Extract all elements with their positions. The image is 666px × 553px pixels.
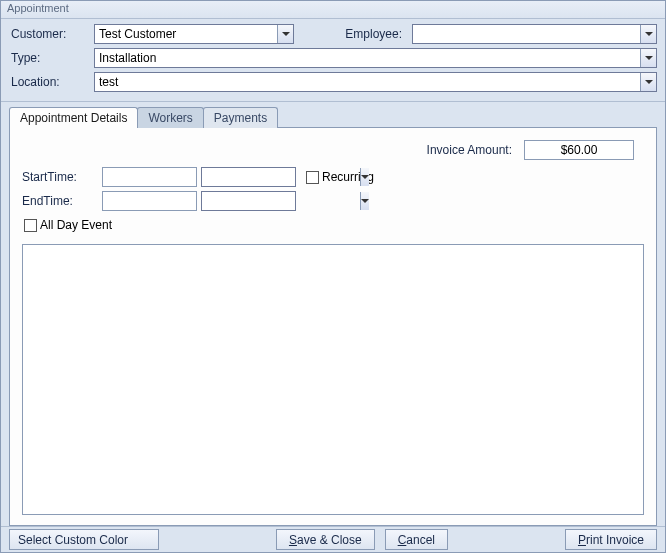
print-invoice-button[interactable]: Print Invoice	[565, 529, 657, 550]
endtime-time-input[interactable]	[202, 192, 360, 210]
type-label: Type:	[9, 51, 94, 65]
location-combo[interactable]	[94, 72, 657, 92]
location-label: Location:	[9, 75, 94, 89]
location-input[interactable]	[95, 73, 640, 91]
invoice-amount-label: Invoice Amount:	[427, 143, 512, 157]
employee-combo[interactable]	[412, 24, 657, 44]
button-bar: Select Custom Color Save & Close Cancel …	[1, 526, 665, 552]
starttime-label: StartTime:	[22, 170, 102, 184]
cancel-button[interactable]: Cancel	[385, 529, 448, 550]
starttime-time-combo[interactable]	[201, 167, 296, 187]
tabstrip: Appointment Details Workers Payments	[9, 106, 657, 128]
tabs-area: Appointment Details Workers Payments Inv…	[1, 102, 665, 526]
endtime-time-combo[interactable]	[201, 191, 296, 211]
tab-workers[interactable]: Workers	[137, 107, 203, 128]
window-title: Appointment	[1, 1, 665, 19]
starttime-time-input[interactable]	[202, 168, 360, 186]
chevron-down-icon[interactable]	[360, 168, 369, 186]
type-combo[interactable]	[94, 48, 657, 68]
tab-appointment-details[interactable]: Appointment Details	[9, 107, 138, 128]
starttime-date-input[interactable]	[102, 167, 197, 187]
customer-label: Customer:	[9, 27, 94, 41]
appointment-window: Appointment Customer: Employee: Type: Lo…	[0, 0, 666, 553]
chevron-down-icon[interactable]	[640, 25, 656, 43]
notes-textarea[interactable]	[22, 244, 644, 515]
type-input[interactable]	[95, 49, 640, 67]
chevron-down-icon[interactable]	[277, 25, 293, 43]
chevron-down-icon[interactable]	[360, 192, 369, 210]
all-day-checkbox[interactable]	[24, 219, 37, 232]
all-day-label: All Day Event	[40, 218, 112, 232]
header-form: Customer: Employee: Type: Location:	[1, 19, 665, 102]
chevron-down-icon[interactable]	[640, 49, 656, 67]
endtime-label: EndTime:	[22, 194, 102, 208]
appointment-details-panel: Invoice Amount: $60.00 StartTime: Recurr…	[9, 127, 657, 526]
employee-label: Employee:	[322, 27, 412, 41]
invoice-amount-value: $60.00	[524, 140, 634, 160]
customer-combo[interactable]	[94, 24, 294, 44]
save-and-close-button[interactable]: Save & Close	[276, 529, 375, 550]
chevron-down-icon[interactable]	[640, 73, 656, 91]
endtime-date-input[interactable]	[102, 191, 197, 211]
customer-input[interactable]	[95, 25, 277, 43]
employee-input[interactable]	[413, 25, 640, 43]
tab-payments[interactable]: Payments	[203, 107, 278, 128]
select-custom-color-button[interactable]: Select Custom Color	[9, 529, 159, 550]
